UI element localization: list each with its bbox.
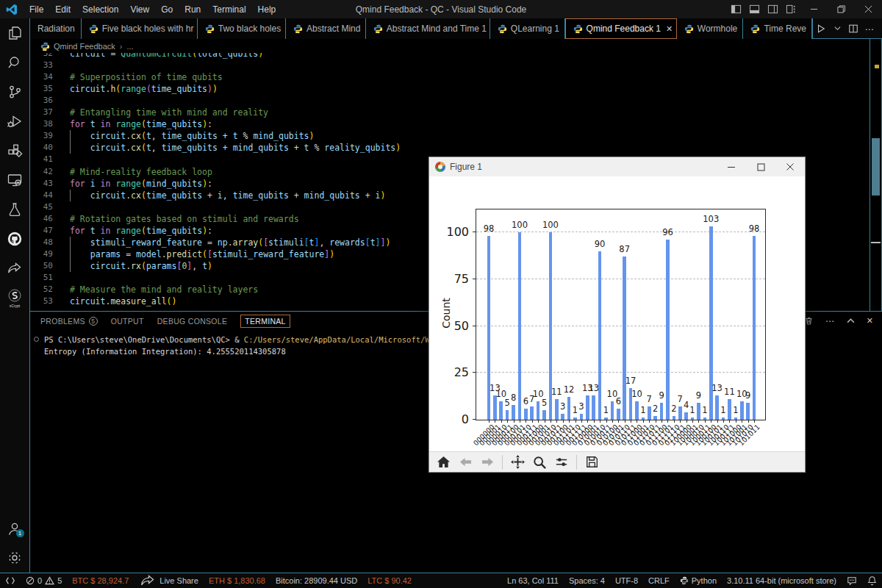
layout-panel-toggle[interactable] — [745, 0, 764, 18]
btc-ticker[interactable]: BTC $ 28,924.7 — [67, 576, 134, 585]
figure-minimize-button[interactable] — [717, 157, 746, 176]
tab-two-black-holes[interactable]: Two black holes — [198, 18, 286, 39]
menu-selection[interactable]: Selection — [76, 4, 124, 15]
cursor-position[interactable]: Ln 63, Col 111 — [502, 576, 564, 585]
panel-tab-debug-console[interactable]: DEBUG CONSOLE — [157, 317, 228, 326]
tab-label: Two black holes — [218, 24, 281, 34]
breadcrumb[interactable]: Qmind Feedback › ... — [30, 40, 870, 53]
scrollbar-thumb[interactable] — [872, 138, 880, 196]
notifications[interactable] — [862, 576, 882, 586]
activitybar-item-scrypt[interactable]: sCrypt — [0, 283, 29, 312]
code-line[interactable]: 32circuit = QuantumCircuit(total_qubits) — [30, 53, 870, 60]
panel-tab-output[interactable]: OUTPUT — [111, 317, 144, 326]
breadcrumb-file[interactable]: Qmind Feedback — [54, 42, 115, 51]
maximize-panel-button[interactable] — [847, 317, 855, 325]
code-line[interactable]: 36 — [30, 95, 870, 107]
close-button[interactable] — [855, 0, 882, 18]
mpl-forward-button[interactable] — [478, 453, 497, 471]
language-mode[interactable]: Python — [675, 576, 722, 585]
tab-qmind-feedback-1[interactable]: Qmind Feedback 1✕ — [565, 18, 677, 39]
run-dropdown[interactable] — [829, 21, 845, 37]
bitcoin-ticker[interactable]: Bitcoin: 28909.44 USD — [270, 576, 362, 585]
tab-radiation[interactable]: Radiation — [30, 18, 82, 39]
activitybar-item-source-control[interactable] — [0, 77, 29, 107]
live-share-status[interactable]: Live Share — [134, 572, 204, 588]
figure-close-button[interactable] — [775, 157, 805, 176]
activitybar-item-live-share[interactable] — [0, 254, 29, 283]
panel-more-actions[interactable]: ⋯ — [825, 316, 835, 326]
feedback[interactable] — [842, 576, 862, 586]
menu-file[interactable]: File — [24, 4, 49, 15]
bar — [592, 395, 595, 420]
code-line[interactable]: 39 circuit.cx(t, time_qubits + t % mind_… — [30, 130, 870, 142]
panel-tab-problems[interactable]: PROBLEMS5 — [40, 317, 98, 326]
split-editor-button[interactable] — [845, 21, 861, 37]
code-line[interactable]: 35circuit.h(range(time_qubits)) — [30, 83, 870, 95]
tab-five-black-holes-with-hr[interactable]: Five black holes with hr — [82, 18, 198, 39]
mpl-back-button[interactable] — [456, 453, 475, 471]
layout-sidebar-right-toggle[interactable] — [764, 0, 782, 18]
settings-gear-icon — [6, 549, 24, 567]
code-line[interactable]: 34# Superposition of time qubits — [30, 71, 870, 83]
tab-wormhole[interactable]: Wormhole — [677, 18, 744, 39]
python-interpreter[interactable]: 3.10.11 64-bit (microsoft store) — [722, 576, 842, 585]
menu-edit[interactable]: Edit — [49, 4, 76, 15]
tab-qlearning-1[interactable]: QLearning 1 — [490, 18, 565, 39]
bar-value-label: 13 — [711, 383, 723, 393]
editor-more-actions[interactable]: ⋯ — [861, 21, 878, 37]
activitybar-item-extensions[interactable] — [0, 136, 29, 165]
run-file-icon — [816, 24, 826, 34]
layout-sidebar-left-toggle[interactable] — [727, 0, 745, 18]
menu-run[interactable]: Run — [179, 4, 207, 15]
code-line[interactable]: 40 circuit.cx(t, time_qubits + mind_qubi… — [30, 142, 870, 154]
layout-custom-toggle[interactable] — [782, 0, 800, 18]
activitybar-item-run-debug[interactable] — [0, 107, 29, 136]
menu-view[interactable]: View — [124, 4, 155, 15]
panel-tab-terminal[interactable]: TERMINAL — [240, 315, 290, 328]
code-line[interactable]: 37# Entangling time with mind and realit… — [30, 107, 870, 118]
encoding[interactable]: UTF-8 — [610, 576, 643, 585]
breadcrumb-more[interactable]: ... — [126, 42, 133, 51]
tab-close-icon[interactable]: ✕ — [666, 24, 673, 34]
activitybar-item-search[interactable] — [0, 48, 29, 77]
bar-value-label: 2 — [671, 404, 676, 414]
mpl-home-button[interactable] — [434, 453, 453, 471]
problems-status[interactable]: 05 — [21, 576, 67, 585]
remote-indicator[interactable] — [0, 576, 21, 586]
run-python-file-button[interactable] — [813, 21, 829, 37]
figure-title-bar[interactable]: Figure 1 — [429, 157, 805, 176]
eth-ticker[interactable]: ETH $ 1,830.68 — [204, 576, 270, 585]
mpl-pan-button[interactable] — [508, 453, 527, 471]
tab-time-reve[interactable]: Time Reve — [743, 18, 812, 39]
figure-maximize-button[interactable] — [746, 157, 775, 176]
activitybar-item-settings[interactable] — [0, 543, 29, 573]
bar-value-label: 3 — [560, 401, 565, 412]
menu-help[interactable]: Help — [252, 4, 282, 15]
code-line[interactable]: 38for t in range(time_qubits): — [30, 118, 870, 130]
mpl-subplots-button[interactable] — [552, 453, 571, 471]
code-line[interactable]: 33 — [30, 60, 870, 71]
activitybar-item-explorer[interactable] — [0, 18, 29, 48]
minimize-button[interactable] — [800, 0, 828, 18]
activitybar-item-account[interactable]: 1 — [0, 514, 29, 543]
activitybar-item-testing[interactable] — [0, 195, 29, 224]
mpl-save-button[interactable] — [582, 453, 601, 471]
activitybar-item-github[interactable] — [0, 224, 29, 254]
mpl-zoom-button[interactable] — [530, 453, 549, 471]
menu-terminal[interactable]: Terminal — [207, 4, 251, 15]
tab-abstract-mind[interactable]: Abstract Mind — [286, 18, 366, 39]
ltc-ticker[interactable]: LTC $ 90.42 — [362, 576, 417, 585]
remote-explorer-icon — [6, 171, 24, 189]
figure-canvas[interactable]: Count 0255075100980000001300000110000010… — [429, 176, 805, 451]
tab-abstract-mind-and-time-1[interactable]: Abstract Mind and Time 1 — [366, 18, 490, 39]
menu-go[interactable]: Go — [155, 4, 179, 15]
indentation[interactable]: Spaces: 4 — [564, 576, 610, 585]
y-tick-label: 75 — [454, 272, 469, 286]
eol[interactable]: CRLF — [643, 576, 675, 585]
restore-button[interactable] — [828, 0, 855, 18]
close-panel-button[interactable]: ✕ — [867, 316, 873, 326]
bar — [512, 405, 515, 420]
x-tick-mark — [612, 420, 613, 423]
activitybar-item-remote-explorer[interactable] — [0, 165, 29, 195]
editor-scrollbar[interactable] — [870, 39, 882, 311]
